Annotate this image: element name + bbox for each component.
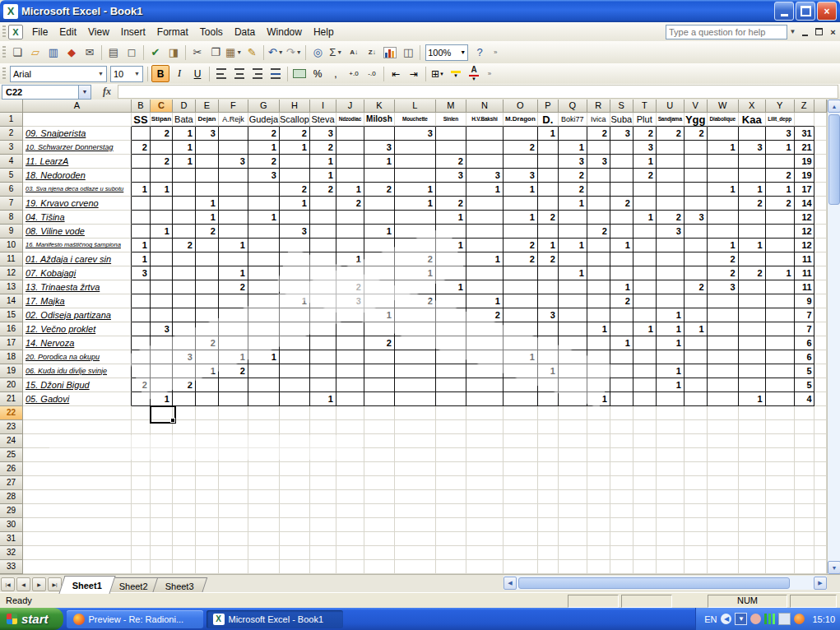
cell-J22[interactable] <box>336 406 364 420</box>
cell-Y21[interactable] <box>766 392 795 406</box>
cell-D7[interactable] <box>173 197 196 211</box>
spelling-icon[interactable]: ✔ <box>147 44 164 61</box>
toolbar-grip[interactable] <box>2 46 6 59</box>
cell-T24[interactable] <box>633 434 657 448</box>
cell-G26[interactable] <box>248 462 280 476</box>
cell-K28[interactable] <box>364 490 395 504</box>
cell-N17[interactable] <box>466 336 504 350</box>
cell-Q3[interactable]: 1 <box>559 141 587 155</box>
cell-G22[interactable] <box>248 406 280 420</box>
cell-C3[interactable] <box>151 141 173 155</box>
cell-N10[interactable] <box>466 239 504 252</box>
cell-O14[interactable] <box>504 294 538 308</box>
cell-V17[interactable] <box>685 336 708 350</box>
cell-A18[interactable]: 20. Porodica na okupu <box>23 350 132 364</box>
cell-O1[interactable]: M.Dragon <box>504 113 538 127</box>
cell-X13[interactable] <box>739 280 766 294</box>
cell-Y13[interactable] <box>766 280 795 294</box>
cell-O25[interactable] <box>504 448 538 462</box>
cell-C6[interactable]: 1 <box>151 183 173 197</box>
cell-S17[interactable]: 1 <box>610 336 633 350</box>
cell-Z33[interactable] <box>795 560 814 574</box>
row-header-3[interactable]: 3 <box>0 141 23 155</box>
cell-Y14[interactable] <box>766 294 795 308</box>
cell-Q32[interactable] <box>559 546 587 560</box>
cell-C10[interactable] <box>151 239 173 252</box>
cell-H1[interactable]: Scallop <box>280 113 310 127</box>
italic-button[interactable]: I <box>171 66 188 81</box>
cell-L24[interactable] <box>395 434 436 448</box>
cell-J14[interactable]: 3 <box>336 294 364 308</box>
print-icon[interactable]: ▤ <box>105 44 122 61</box>
cell-E4[interactable] <box>196 155 219 169</box>
cell-C17[interactable] <box>151 336 173 350</box>
column-header-V[interactable]: V <box>685 100 708 113</box>
cell-A14[interactable]: 17. Majka <box>23 294 132 308</box>
column-header-Q[interactable]: Q <box>559 100 587 113</box>
cell-Q29[interactable] <box>559 504 587 518</box>
cell-Y33[interactable] <box>766 560 795 574</box>
cell-M14[interactable] <box>436 294 466 308</box>
cell-H10[interactable] <box>280 239 310 252</box>
row-header-11[interactable]: 11 <box>0 252 23 266</box>
cell-R8[interactable] <box>587 211 610 225</box>
cell-F20[interactable] <box>219 378 248 392</box>
cell-R32[interactable] <box>587 546 610 560</box>
cell-Z9[interactable]: 12 <box>795 225 814 239</box>
cell-Q23[interactable] <box>559 420 587 434</box>
cell-F8[interactable] <box>219 211 248 225</box>
cell-D22[interactable] <box>173 406 196 420</box>
cell-N1[interactable]: H.V.Bakshi <box>466 113 504 127</box>
zoom-select[interactable]: 100%▼ <box>425 44 468 61</box>
cell-X28[interactable] <box>739 490 766 504</box>
cell-J19[interactable] <box>336 364 364 378</box>
cell-Q13[interactable] <box>559 280 587 294</box>
cell-E32[interactable] <box>196 546 219 560</box>
cell-X8[interactable] <box>739 211 766 225</box>
menu-file[interactable]: File <box>26 24 53 40</box>
cell-U27[interactable] <box>657 476 685 490</box>
cell-X14[interactable] <box>739 294 766 308</box>
cell-Q14[interactable] <box>559 294 587 308</box>
cell-A23[interactable] <box>23 420 132 434</box>
cell-W24[interactable] <box>708 434 739 448</box>
cell-T9[interactable] <box>633 225 657 239</box>
cell-P5[interactable] <box>538 169 559 183</box>
cell-Y7[interactable]: 2 <box>766 197 795 211</box>
cell-I3[interactable]: 2 <box>310 141 336 155</box>
cell-V31[interactable] <box>685 532 708 546</box>
cell-O2[interactable] <box>504 127 538 141</box>
cell-Z25[interactable] <box>795 448 814 462</box>
research-icon[interactable]: ◨ <box>165 44 182 61</box>
cell-C24[interactable] <box>151 434 173 448</box>
cell-U11[interactable] <box>657 252 685 266</box>
cell-E19[interactable]: 1 <box>196 364 219 378</box>
decrease-indent-icon[interactable]: ⇤ <box>388 66 404 81</box>
cell-Z3[interactable]: 21 <box>795 141 814 155</box>
cell-G25[interactable] <box>248 448 280 462</box>
cell-L16[interactable] <box>395 322 436 336</box>
cell-P10[interactable]: 1 <box>538 239 559 252</box>
cell-I18[interactable] <box>310 350 336 364</box>
cell-T31[interactable] <box>633 532 657 546</box>
cell-T29[interactable] <box>633 504 657 518</box>
cell-O32[interactable] <box>504 546 538 560</box>
cell-Z7[interactable]: 14 <box>795 197 814 211</box>
cell-D21[interactable] <box>173 392 196 406</box>
cell-E23[interactable] <box>196 420 219 434</box>
cell-Q6[interactable]: 2 <box>559 183 587 197</box>
cell-E21[interactable] <box>196 392 219 406</box>
cell-S11[interactable] <box>610 252 633 266</box>
cell-B8[interactable] <box>132 211 151 225</box>
cell-Q9[interactable] <box>559 225 587 239</box>
row-header-8[interactable]: 8 <box>0 211 23 225</box>
cell-K16[interactable] <box>364 322 395 336</box>
cell-E10[interactable] <box>196 239 219 252</box>
row-header-23[interactable]: 23 <box>0 420 23 434</box>
cell-W3[interactable]: 1 <box>708 141 739 155</box>
cell-X10[interactable]: 1 <box>739 239 766 252</box>
cell-Z10[interactable]: 12 <box>795 239 814 252</box>
cell-W29[interactable] <box>708 504 739 518</box>
cell-P22[interactable] <box>538 406 559 420</box>
cell-O26[interactable] <box>504 462 538 476</box>
